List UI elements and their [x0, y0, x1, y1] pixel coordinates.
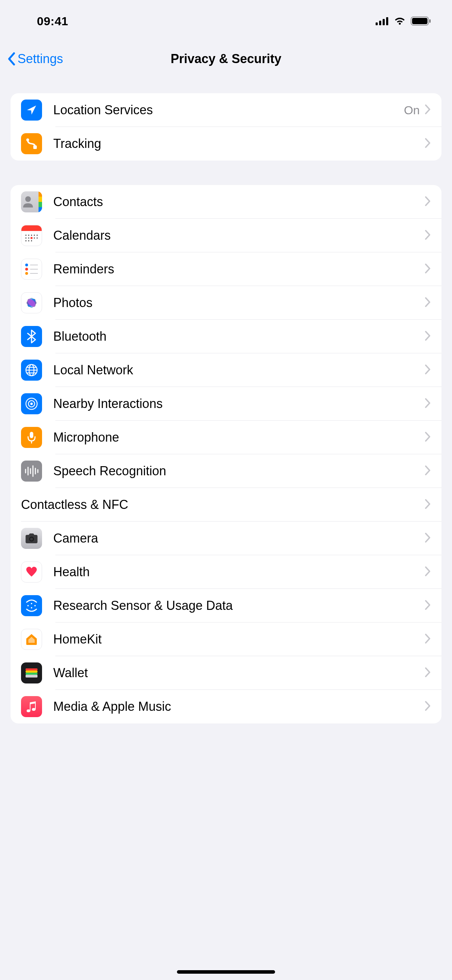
- research-icon: [21, 595, 42, 616]
- chevron-right-icon: [425, 104, 431, 116]
- chevron-right-icon: [425, 431, 431, 443]
- svg-point-44: [30, 403, 33, 405]
- row-label: Health: [53, 565, 425, 579]
- back-button[interactable]: Settings: [7, 51, 63, 66]
- photos-icon: [21, 292, 42, 313]
- navigation-bar: Settings Privacy & Security: [0, 42, 452, 76]
- row-microphone[interactable]: Microphone: [11, 421, 441, 454]
- reminders-icon: [21, 259, 42, 280]
- svg-point-19: [25, 240, 27, 242]
- row-photos[interactable]: Photos: [11, 286, 441, 320]
- wallet-icon: [21, 662, 42, 684]
- svg-point-14: [37, 235, 38, 236]
- battery-icon: [411, 16, 431, 25]
- cellular-icon: [376, 17, 389, 25]
- tracking-icon: [21, 133, 42, 154]
- svg-point-20: [29, 240, 29, 242]
- svg-point-25: [25, 272, 28, 275]
- chevron-right-icon: [425, 398, 431, 410]
- chevron-right-icon: [425, 499, 431, 511]
- status-bar: 09:41: [0, 0, 452, 42]
- svg-rect-59: [25, 668, 38, 670]
- svg-rect-6: [429, 19, 431, 23]
- row-label: Media & Apple Music: [53, 699, 425, 714]
- location-icon: [21, 100, 42, 121]
- microphone-icon: [21, 427, 42, 448]
- chevron-right-icon: [425, 297, 431, 309]
- chevron-right-icon: [425, 465, 431, 477]
- row-label: Bluetooth: [53, 329, 425, 344]
- svg-rect-0: [376, 22, 378, 25]
- row-wallet[interactable]: Wallet: [11, 656, 441, 690]
- waveform-icon: [21, 461, 42, 482]
- svg-point-7: [26, 138, 29, 141]
- row-label: Research Sensor & Usage Data: [53, 598, 425, 613]
- chevron-right-icon: [425, 331, 431, 342]
- svg-point-23: [25, 264, 28, 266]
- settings-group-apps: Contacts Calendars Reminders P: [11, 185, 441, 724]
- row-label: Location Services: [53, 103, 404, 118]
- svg-point-18: [37, 238, 38, 239]
- row-label: Reminders: [53, 262, 425, 277]
- chevron-right-icon: [425, 532, 431, 544]
- svg-rect-1: [379, 21, 381, 25]
- camera-icon: [21, 528, 42, 549]
- row-local-network[interactable]: Local Network: [11, 353, 441, 387]
- svg-point-16: [29, 238, 29, 239]
- row-label: Calendars: [53, 228, 425, 243]
- contacts-icon: [21, 191, 42, 212]
- svg-rect-2: [383, 19, 385, 25]
- svg-point-24: [25, 268, 28, 270]
- row-media-apple-music[interactable]: Media & Apple Music: [11, 690, 441, 724]
- row-homekit[interactable]: HomeKit: [11, 622, 441, 656]
- bluetooth-icon: [21, 326, 42, 347]
- svg-point-54: [30, 538, 33, 541]
- home-indicator: [177, 970, 275, 974]
- settings-group-location: Location Services On Tracking: [11, 93, 441, 161]
- wifi-icon: [394, 17, 406, 25]
- svg-rect-60: [25, 670, 38, 673]
- chevron-right-icon: [425, 138, 431, 150]
- page-title: Privacy & Security: [0, 51, 452, 66]
- svg-rect-45: [30, 432, 33, 438]
- row-reminders[interactable]: Reminders: [11, 252, 441, 286]
- row-location-services[interactable]: Location Services On: [11, 93, 441, 127]
- row-contacts[interactable]: Contacts: [11, 185, 441, 219]
- svg-point-21: [31, 240, 32, 242]
- chevron-right-icon: [425, 667, 431, 679]
- health-icon: [21, 562, 42, 582]
- chevron-right-icon: [425, 633, 431, 645]
- home-icon: [21, 629, 42, 650]
- row-contactless-nfc[interactable]: Contactless & NFC: [11, 488, 441, 522]
- row-label: Contactless & NFC: [21, 497, 425, 512]
- status-time: 09:41: [0, 14, 105, 28]
- row-label: Nearby Interactions: [53, 396, 425, 411]
- back-label: Settings: [18, 51, 63, 66]
- svg-point-10: [25, 235, 27, 236]
- chevron-left-icon: [7, 52, 16, 66]
- svg-rect-5: [412, 18, 428, 24]
- svg-point-11: [29, 235, 29, 236]
- svg-rect-61: [25, 673, 38, 675]
- row-tracking[interactable]: Tracking: [11, 127, 441, 161]
- row-camera[interactable]: Camera: [11, 522, 441, 555]
- row-nearby-interactions[interactable]: Nearby Interactions: [11, 387, 441, 421]
- row-health[interactable]: Health: [11, 555, 441, 589]
- chevron-right-icon: [425, 600, 431, 612]
- row-research-sensor[interactable]: Research Sensor & Usage Data: [11, 589, 441, 622]
- svg-point-9: [25, 196, 31, 202]
- row-speech-recognition[interactable]: Speech Recognition: [11, 454, 441, 488]
- row-bluetooth[interactable]: Bluetooth: [11, 320, 441, 353]
- row-calendars[interactable]: Calendars: [11, 219, 441, 252]
- svg-point-57: [34, 605, 36, 606]
- chevron-right-icon: [425, 229, 431, 242]
- svg-point-13: [34, 235, 35, 236]
- svg-rect-62: [25, 675, 38, 678]
- chevron-right-icon: [425, 566, 431, 578]
- row-label: Speech Recognition: [53, 464, 425, 479]
- row-label: Camera: [53, 531, 425, 546]
- row-label: Wallet: [53, 666, 425, 680]
- svg-point-17: [34, 238, 35, 239]
- row-label: Tracking: [53, 136, 425, 151]
- chevron-right-icon: [425, 196, 431, 208]
